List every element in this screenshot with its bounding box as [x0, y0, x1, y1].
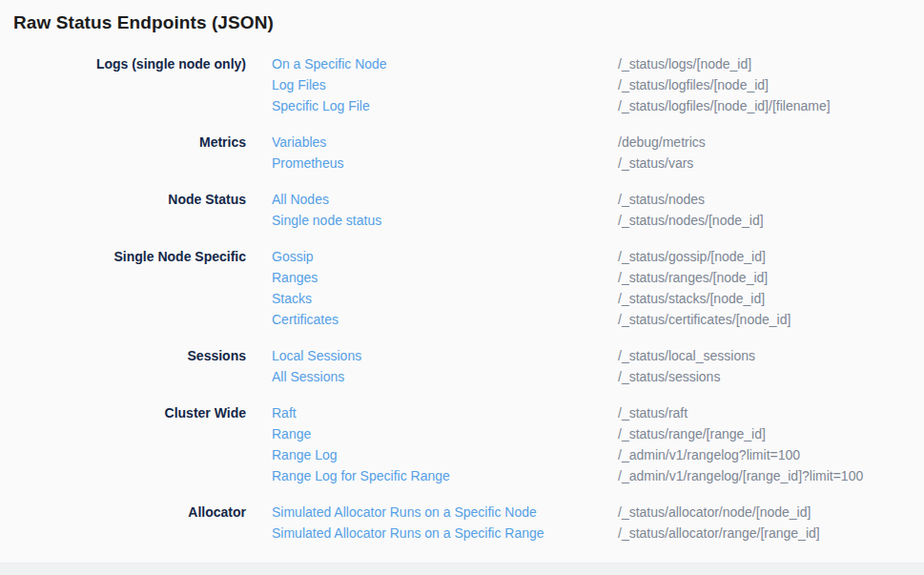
- endpoint-path: /_status/raft: [618, 402, 924, 423]
- endpoint-link[interactable]: Single node status: [272, 210, 381, 231]
- endpoint-link[interactable]: On a Specific Node: [272, 53, 387, 74]
- endpoint-links-column: Simulated Allocator Runs on a Specific N…: [272, 502, 592, 544]
- category-label: Logs (single node only): [0, 53, 246, 116]
- endpoint-link[interactable]: Raft: [272, 402, 297, 423]
- endpoint-path: /_status/logfiles/[node_id]/[filename]: [618, 95, 924, 116]
- endpoint-path: /_status/nodes: [618, 189, 924, 210]
- endpoint-path: /_status/range/[range_id]: [618, 423, 924, 444]
- endpoint-links-column: GossipRangesStacksCertificates: [272, 246, 592, 330]
- endpoint-link[interactable]: Ranges: [272, 267, 318, 288]
- endpoint-section: SessionsLocal SessionsAll Sessions/_stat…: [0, 345, 924, 387]
- endpoint-paths-column: /_status/local_sessions/_status/sessions: [618, 345, 924, 387]
- endpoint-link[interactable]: Range Log for Specific Range: [272, 465, 450, 486]
- endpoint-paths-column: /_status/allocator/node/[node_id]/_statu…: [618, 502, 924, 544]
- endpoint-path: /debug/metrics: [618, 132, 924, 153]
- endpoint-path: /_status/certificates/[node_id]: [618, 309, 924, 330]
- endpoint-link[interactable]: Range: [272, 423, 311, 444]
- endpoint-paths-column: /_status/raft/_status/range/[range_id]/_…: [618, 402, 924, 486]
- endpoint-path: /_admin/v1/rangelog?limit=100: [618, 444, 924, 465]
- endpoint-section: Cluster WideRaftRangeRange LogRange Log …: [0, 402, 924, 486]
- endpoint-link[interactable]: Local Sessions: [272, 345, 361, 366]
- endpoint-path: /_status/local_sessions: [618, 345, 924, 366]
- category-label: Single Node Specific: [0, 246, 246, 330]
- endpoint-link[interactable]: Log Files: [272, 74, 326, 95]
- endpoint-link[interactable]: Simulated Allocator Runs on a Specific R…: [272, 523, 544, 544]
- category-label: Cluster Wide: [0, 402, 246, 486]
- endpoint-path: /_status/nodes/[node_id]: [618, 210, 924, 231]
- endpoint-link[interactable]: Range Log: [272, 444, 338, 465]
- endpoint-link[interactable]: Specific Log File: [272, 95, 370, 116]
- endpoint-paths-column: /_status/nodes/_status/nodes/[node_id]: [618, 189, 924, 231]
- footer-strip: [0, 563, 924, 575]
- endpoint-path: /_status/logs/[node_id]: [618, 53, 924, 74]
- category-label: Sessions: [0, 345, 246, 387]
- endpoint-link[interactable]: Variables: [272, 132, 326, 153]
- category-label: Node Status: [0, 189, 246, 231]
- endpoint-link[interactable]: Certificates: [272, 309, 339, 330]
- endpoint-path: /_status/vars: [618, 153, 924, 174]
- endpoint-section: MetricsVariablesPrometheus/debug/metrics…: [0, 132, 924, 174]
- endpoint-link[interactable]: Simulated Allocator Runs on a Specific N…: [272, 502, 537, 523]
- endpoint-section: Node StatusAll NodesSingle node status/_…: [0, 189, 924, 231]
- endpoint-link[interactable]: All Sessions: [272, 366, 344, 387]
- endpoint-path: /_status/ranges/[node_id]: [618, 267, 924, 288]
- endpoint-links-column: VariablesPrometheus: [272, 132, 592, 174]
- endpoint-path: /_status/gossip/[node_id]: [618, 246, 924, 267]
- endpoint-path: /_status/sessions: [618, 366, 924, 387]
- endpoint-paths-column: /_status/logs/[node_id]/_status/logfiles…: [618, 53, 924, 116]
- page-title: Raw Status Endpoints (JSON): [0, 0, 924, 33]
- endpoint-path: /_status/allocator/node/[node_id]: [618, 502, 924, 523]
- endpoint-paths-column: /_status/gossip/[node_id]/_status/ranges…: [618, 246, 924, 330]
- endpoint-link[interactable]: Gossip: [272, 246, 314, 267]
- endpoint-path: /_status/allocator/range/[range_id]: [618, 523, 924, 544]
- endpoint-paths-column: /debug/metrics/_status/vars: [618, 132, 924, 174]
- category-label: Allocator: [0, 502, 246, 544]
- endpoint-link[interactable]: Prometheus: [272, 153, 343, 174]
- endpoint-section: Single Node SpecificGossipRangesStacksCe…: [0, 246, 924, 330]
- endpoint-link[interactable]: Stacks: [272, 288, 312, 309]
- endpoints-list: Logs (single node only)On a Specific Nod…: [0, 53, 924, 544]
- endpoint-section: Logs (single node only)On a Specific Nod…: [0, 53, 924, 116]
- endpoint-section: AllocatorSimulated Allocator Runs on a S…: [0, 502, 924, 544]
- endpoint-links-column: On a Specific NodeLog FilesSpecific Log …: [272, 53, 592, 116]
- endpoint-link[interactable]: All Nodes: [272, 189, 329, 210]
- category-label: Metrics: [0, 132, 246, 174]
- endpoint-path: /_admin/v1/rangelog/[range_id]?limit=100: [618, 465, 924, 486]
- endpoint-links-column: Local SessionsAll Sessions: [272, 345, 592, 387]
- endpoint-links-column: RaftRangeRange LogRange Log for Specific…: [272, 402, 592, 486]
- endpoint-path: /_status/stacks/[node_id]: [618, 288, 924, 309]
- endpoint-path: /_status/logfiles/[node_id]: [618, 74, 924, 95]
- endpoint-links-column: All NodesSingle node status: [272, 189, 592, 231]
